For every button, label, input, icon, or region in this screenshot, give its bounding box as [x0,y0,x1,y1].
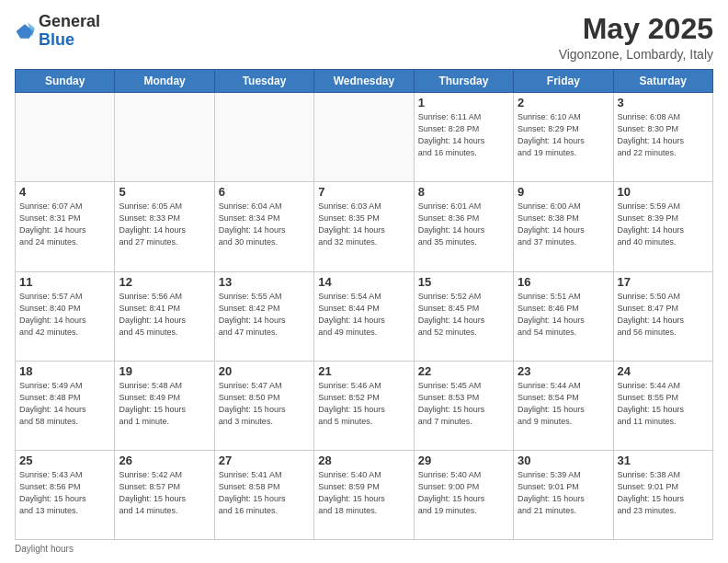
day-number: 26 [119,454,210,467]
day-info: Sunrise: 5:42 AM Sunset: 8:57 PM Dayligh… [119,469,210,517]
day-info: Sunrise: 6:10 AM Sunset: 8:29 PM Dayligh… [518,111,609,159]
day-number: 25 [19,454,110,467]
day-number: 31 [618,454,709,467]
day-info: Sunrise: 5:52 AM Sunset: 8:45 PM Dayligh… [418,291,509,339]
calendar-cell: 23Sunrise: 5:44 AM Sunset: 8:54 PM Dayli… [514,361,613,450]
calendar-cell: 10Sunrise: 5:59 AM Sunset: 8:39 PM Dayli… [613,182,712,271]
calendar-cell: 21Sunrise: 5:46 AM Sunset: 8:52 PM Dayli… [314,361,414,450]
day-number: 29 [418,454,509,467]
header: General Blue May 2025 Vigonzone, Lombard… [15,13,713,62]
calendar-cell: 22Sunrise: 5:45 AM Sunset: 8:53 PM Dayli… [414,361,513,450]
location-subtitle: Vigonzone, Lombardy, Italy [559,47,713,62]
day-info: Sunrise: 5:46 AM Sunset: 8:52 PM Dayligh… [318,380,409,428]
calendar-cell: 1Sunrise: 6:11 AM Sunset: 8:28 PM Daylig… [414,93,513,182]
calendar-cell: 28Sunrise: 5:40 AM Sunset: 8:59 PM Dayli… [314,450,414,539]
calendar-cell: 9Sunrise: 6:00 AM Sunset: 8:38 PM Daylig… [514,182,613,271]
day-info: Sunrise: 6:01 AM Sunset: 8:36 PM Dayligh… [418,201,509,248]
day-info: Sunrise: 5:49 AM Sunset: 8:48 PM Dayligh… [19,380,110,428]
day-number: 9 [518,185,609,199]
calendar-cell: 25Sunrise: 5:43 AM Sunset: 8:56 PM Dayli… [16,450,115,539]
day-number: 5 [119,185,210,199]
day-info: Sunrise: 6:07 AM Sunset: 8:31 PM Dayligh… [19,201,110,248]
weekday-header-thursday: Thursday [414,70,513,93]
week-row-5: 25Sunrise: 5:43 AM Sunset: 8:56 PM Dayli… [16,450,713,539]
day-info: Sunrise: 6:08 AM Sunset: 8:30 PM Dayligh… [618,111,709,159]
day-info: Sunrise: 5:47 AM Sunset: 8:50 PM Dayligh… [219,380,310,428]
day-number: 13 [219,275,310,289]
weekday-header-friday: Friday [514,70,613,93]
calendar-cell: 14Sunrise: 5:54 AM Sunset: 8:44 PM Dayli… [314,271,414,361]
day-number: 30 [518,454,609,467]
day-info: Sunrise: 6:11 AM Sunset: 8:28 PM Dayligh… [418,111,509,159]
footer-note: Daylight hours [15,544,713,554]
calendar-cell [214,93,313,182]
week-row-2: 4Sunrise: 6:07 AM Sunset: 8:31 PM Daylig… [16,182,713,271]
logo-blue: Blue [39,30,74,49]
day-number: 16 [518,275,609,289]
calendar-cell [115,93,214,182]
calendar-cell: 31Sunrise: 5:38 AM Sunset: 9:01 PM Dayli… [613,450,712,539]
day-info: Sunrise: 5:50 AM Sunset: 8:47 PM Dayligh… [618,291,709,339]
day-info: Sunrise: 6:03 AM Sunset: 8:35 PM Dayligh… [318,201,409,248]
calendar-cell: 24Sunrise: 5:44 AM Sunset: 8:55 PM Dayli… [613,361,712,450]
day-info: Sunrise: 5:41 AM Sunset: 8:58 PM Dayligh… [219,469,310,517]
calendar-cell: 15Sunrise: 5:52 AM Sunset: 8:45 PM Dayli… [414,271,513,361]
day-info: Sunrise: 5:56 AM Sunset: 8:41 PM Dayligh… [119,291,210,339]
calendar-cell: 4Sunrise: 6:07 AM Sunset: 8:31 PM Daylig… [16,182,115,271]
calendar-cell: 7Sunrise: 6:03 AM Sunset: 8:35 PM Daylig… [314,182,414,271]
day-info: Sunrise: 5:59 AM Sunset: 8:39 PM Dayligh… [618,201,709,248]
day-info: Sunrise: 5:45 AM Sunset: 8:53 PM Dayligh… [418,380,509,428]
calendar-cell: 26Sunrise: 5:42 AM Sunset: 8:57 PM Dayli… [115,450,214,539]
day-number: 15 [418,275,509,289]
day-number: 8 [418,185,509,199]
calendar-cell: 20Sunrise: 5:47 AM Sunset: 8:50 PM Dayli… [214,361,313,450]
daylight-hours-label: Daylight hours [15,544,74,554]
week-row-3: 11Sunrise: 5:57 AM Sunset: 8:40 PM Dayli… [16,271,713,361]
day-info: Sunrise: 5:39 AM Sunset: 9:01 PM Dayligh… [518,469,609,517]
calendar-cell: 17Sunrise: 5:50 AM Sunset: 8:47 PM Dayli… [613,271,712,361]
day-number: 4 [19,185,110,199]
day-number: 28 [318,454,409,467]
day-number: 11 [19,275,110,289]
day-info: Sunrise: 5:48 AM Sunset: 8:49 PM Dayligh… [119,380,210,428]
page: General Blue May 2025 Vigonzone, Lombard… [0,0,728,563]
calendar-cell: 3Sunrise: 6:08 AM Sunset: 8:30 PM Daylig… [613,93,712,182]
weekday-header-sunday: Sunday [16,70,115,93]
day-number: 10 [618,185,709,199]
day-number: 20 [219,364,310,378]
day-info: Sunrise: 5:38 AM Sunset: 9:01 PM Dayligh… [618,469,709,517]
day-number: 1 [418,96,509,109]
week-row-4: 18Sunrise: 5:49 AM Sunset: 8:48 PM Dayli… [16,361,713,450]
day-number: 27 [219,454,310,467]
day-number: 18 [19,364,110,378]
day-number: 21 [318,364,409,378]
day-info: Sunrise: 5:54 AM Sunset: 8:44 PM Dayligh… [318,291,409,339]
calendar-cell: 12Sunrise: 5:56 AM Sunset: 8:41 PM Dayli… [115,271,214,361]
calendar-cell: 2Sunrise: 6:10 AM Sunset: 8:29 PM Daylig… [514,93,613,182]
title-block: May 2025 Vigonzone, Lombardy, Italy [559,13,713,62]
calendar-cell: 11Sunrise: 5:57 AM Sunset: 8:40 PM Dayli… [16,271,115,361]
calendar-cell: 13Sunrise: 5:55 AM Sunset: 8:42 PM Dayli… [214,271,313,361]
calendar-cell [314,93,414,182]
day-info: Sunrise: 5:44 AM Sunset: 8:54 PM Dayligh… [518,380,609,428]
weekday-header-saturday: Saturday [613,70,712,93]
day-number: 14 [318,275,409,289]
day-number: 22 [418,364,509,378]
day-info: Sunrise: 5:57 AM Sunset: 8:40 PM Dayligh… [19,291,110,339]
weekday-header-wednesday: Wednesday [314,70,414,93]
weekday-header-tuesday: Tuesday [214,70,313,93]
week-row-1: 1Sunrise: 6:11 AM Sunset: 8:28 PM Daylig… [16,93,713,182]
calendar-cell: 18Sunrise: 5:49 AM Sunset: 8:48 PM Dayli… [16,361,115,450]
weekday-header-row: SundayMondayTuesdayWednesdayThursdayFrid… [16,70,713,93]
day-info: Sunrise: 5:40 AM Sunset: 8:59 PM Dayligh… [318,469,409,517]
day-info: Sunrise: 5:40 AM Sunset: 9:00 PM Dayligh… [418,469,509,517]
day-info: Sunrise: 6:00 AM Sunset: 8:38 PM Dayligh… [518,201,609,248]
calendar-cell [16,93,115,182]
day-number: 3 [618,96,709,109]
calendar-cell: 8Sunrise: 6:01 AM Sunset: 8:36 PM Daylig… [414,182,513,271]
day-number: 6 [219,185,310,199]
day-number: 12 [119,275,210,289]
logo: General Blue [15,13,100,50]
day-info: Sunrise: 6:04 AM Sunset: 8:34 PM Dayligh… [219,201,310,248]
calendar-cell: 5Sunrise: 6:05 AM Sunset: 8:33 PM Daylig… [115,182,214,271]
